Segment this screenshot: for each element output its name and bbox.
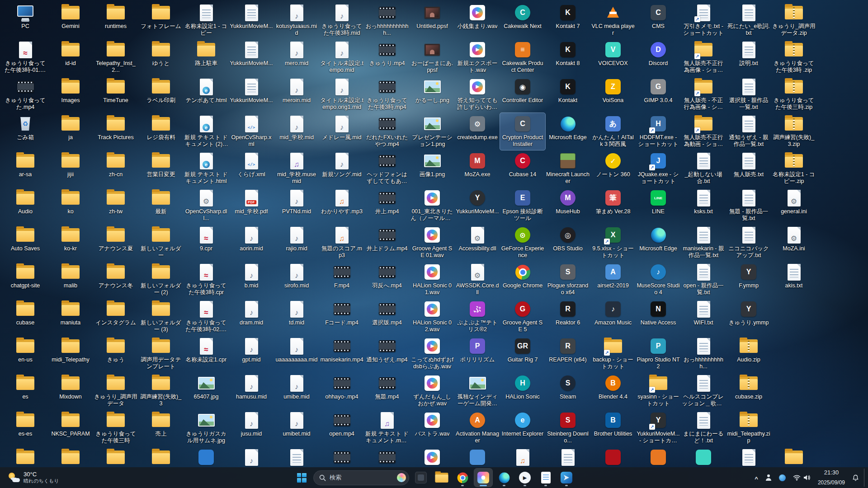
desktop-icon[interactable]: TimeTune: [93, 76, 138, 113]
desktop-icon[interactable]: E Epson 接続診断ツール: [500, 187, 545, 224]
desktop-icon[interactable]: open - 親作品一覧.txt: [681, 261, 726, 298]
tray-overflow-chevron-button[interactable]: ^: [751, 469, 761, 487]
desktop-icon[interactable]: ♫ 無題のスコア.mp3: [319, 224, 364, 261]
desktop-icon[interactable]: ksks.txt: [681, 187, 726, 224]
desktop-icon[interactable]: manisekarin.mp4: [319, 335, 364, 372]
desktop-icon[interactable]: ゆうと: [138, 39, 184, 76]
desktop-icon[interactable]: ≡ Cakewalk Product Center: [500, 39, 545, 76]
desktop-icon[interactable]: Y↗ YukkuriMovieM... - ショートカット: [636, 409, 681, 446]
desktop-icon[interactable]: ≈ きゅうり食ってた午後3時.cpr: [184, 261, 229, 298]
desktop-icon[interactable]: 無題 - 親作品一覧.txt: [726, 187, 771, 224]
taskbar-app-blue-code-app[interactable]: [557, 469, 576, 487]
taskbar-app-notepad[interactable]: [537, 469, 555, 487]
weather-widget[interactable]: 30°C 晴れのちくもり: [4, 467, 64, 488]
desktop-icon[interactable]: ♫: [500, 446, 545, 467]
desktop-icon[interactable]: [138, 446, 184, 467]
desktop-icon[interactable]: V VOICEVOX: [590, 39, 636, 76]
desktop-icon[interactable]: 説明.txt: [726, 39, 771, 76]
desktop-icon[interactable]: おっhhhhhhhhhh...: [681, 335, 726, 372]
desktop-icon[interactable]: きゅうり.mp4: [364, 39, 410, 76]
desktop-icon[interactable]: Google Chrome: [500, 261, 545, 298]
desktop-icon[interactable]: ♪ td.mid: [274, 298, 319, 335]
desktop-icon[interactable]: ぷ ぷよぷよ™テトリス®2: [455, 298, 500, 335]
desktop-icon[interactable]: _起動しない場合.txt: [681, 150, 726, 187]
desktop-icon[interactable]: ♪ タイトル未設定.tempo.mid: [319, 39, 364, 76]
desktop-icon[interactable]: runtimes: [93, 2, 138, 39]
desktop-icon[interactable]: 羽反へ.mp4: [364, 261, 410, 298]
desktop-icon[interactable]: [48, 446, 93, 467]
desktop-icon[interactable]: 営業日変更: [138, 150, 184, 187]
desktop-icon[interactable]: midi_Telepathy.zip: [726, 409, 771, 446]
desktop-icon[interactable]: きゅうり食ってた.mp4: [3, 76, 48, 113]
desktop-icon[interactable]: 新しいフォルダー (3): [138, 298, 184, 335]
desktop-icon[interactable]: es: [3, 372, 48, 409]
desktop-icon[interactable]: 死にたい_e歌詞.txt: [726, 2, 771, 39]
desktop-icon[interactable]: M MoZA.exe: [455, 150, 500, 187]
desktop-icon[interactable]: ♪ rajio.mid: [274, 224, 319, 261]
desktop-icon[interactable]: バストラ.wav: [410, 409, 455, 446]
desktop-icon[interactable]: [3, 446, 48, 467]
desktop-icon[interactable]: ⚙ Accessibility.dll: [455, 224, 500, 261]
desktop-icon[interactable]: </> くらげ.xml: [229, 150, 274, 187]
desktop-icon[interactable]: 調声練習(失敗)_3.zip: [771, 113, 816, 150]
desktop-icon[interactable]: ≈ 名称未設定1.cpr: [184, 335, 229, 372]
start-button[interactable]: [292, 469, 311, 487]
desktop-icon[interactable]: 無人販売.txt: [726, 150, 771, 187]
desktop-icon[interactable]: ♪ きゅうり食ってた午後3時.mid: [319, 2, 364, 39]
desktop-icon[interactable]: Audio: [3, 187, 48, 224]
desktop-icon[interactable]: ずんだもん_しおかぜ.wav: [410, 372, 455, 409]
desktop-icon[interactable]: e Internet Explorer: [500, 409, 545, 446]
desktop-icon[interactable]: G Groove Agent SE 5: [500, 298, 545, 335]
desktop-icon[interactable]: [771, 446, 816, 467]
desktop-icon[interactable]: 無題.mp4: [364, 372, 410, 409]
desktop-icon[interactable]: jijii: [48, 150, 93, 187]
desktop-icon[interactable]: maniuta: [48, 298, 93, 335]
desktop-icon[interactable]: M MuseHub: [545, 187, 590, 224]
desktop-icon[interactable]: こってぬhdずおfdsbらぶあ.wav: [410, 335, 455, 372]
desktop-icon[interactable]: 画像1.png: [410, 150, 455, 187]
taskbar-app-file-explorer[interactable]: [433, 469, 451, 487]
desktop-icon[interactable]: Gemini: [48, 2, 93, 39]
desktop-icon[interactable]: H↗ HDDFMT.exe - ショートカット: [636, 113, 681, 150]
desktop-icon[interactable]: きゅうり食ってた午後三時.zip: [771, 76, 816, 113]
desktop-icon[interactable]: ♫ 新規 テキスト ドキュメント.musicxml: [364, 409, 410, 446]
desktop-icon[interactable]: ♫ mid_学校.musemid: [274, 150, 319, 187]
desktop-icon[interactable]: H HALion Sonic: [500, 372, 545, 409]
desktop-icon[interactable]: ◉ Controller Editor: [500, 76, 545, 113]
desktop-icon[interactable]: ⚙ MoZA.ini: [771, 224, 816, 261]
desktop-icon[interactable]: Images: [48, 76, 93, 113]
desktop-icon[interactable]: [455, 446, 500, 467]
desktop-icon[interactable]: ♪ umibet.mid: [274, 409, 319, 446]
desktop-icon[interactable]: ⚙ AWSSDK.Core.dll: [455, 261, 500, 298]
desktop-icon[interactable]: P ポリリリズム: [455, 335, 500, 372]
desktop-icon[interactable]: J↗ JQuake.exe - ショートカット: [636, 150, 681, 187]
desktop-icon[interactable]: ✓ ノートン 360: [590, 150, 636, 187]
desktop-icon[interactable]: ko-kr: [48, 224, 93, 261]
desktop-icon[interactable]: ラベル印刷: [138, 76, 184, 113]
desktop-icon[interactable]: きゅうり食ってた午後三時: [93, 409, 138, 446]
desktop-icon[interactable]: ⚙ general.ini: [771, 187, 816, 224]
desktop-icon[interactable]: midi_Telepathy: [48, 335, 93, 372]
desktop-icon[interactable]: R Reaktor 6: [545, 298, 590, 335]
desktop-icon[interactable]: zh-cn: [93, 150, 138, 187]
desktop-icon[interactable]: Microsoft Edge: [636, 224, 681, 261]
desktop-icon[interactable]: en-us: [3, 335, 48, 372]
desktop-icon[interactable]: es-es: [3, 409, 48, 446]
desktop-icon[interactable]: [726, 446, 771, 467]
desktop-icon[interactable]: ♪ PVTNd.mid: [274, 187, 319, 224]
desktop-icon[interactable]: ↗ backup - ショートカット: [590, 335, 636, 372]
desktop-icon[interactable]: ◎ OBS Studio: [545, 224, 590, 261]
desktop-icon[interactable]: 路上駐車: [184, 39, 229, 76]
desktop-icon[interactable]: K Kontakt: [545, 76, 590, 113]
desktop-icon[interactable]: open.mp4: [319, 409, 364, 446]
tray-user-button[interactable]: [762, 469, 775, 487]
desktop-icon[interactable]: ヘルスコンプレッション＿歌詞.txt: [681, 372, 726, 409]
desktop-icon[interactable]: cubase: [3, 298, 48, 335]
desktop-icon[interactable]: Mixdown: [48, 372, 93, 409]
desktop-icon[interactable]: ⚙ createdump.exe: [455, 113, 500, 150]
desktop-icon[interactable]: P Piapro Studio NT2: [636, 335, 681, 372]
desktop-icon[interactable]: YukkuriMovieM...: [229, 76, 274, 113]
desktop-icon[interactable]: [93, 446, 138, 467]
desktop-icon[interactable]: X↗ 9.5.xlsx - ショートカット: [590, 224, 636, 261]
desktop-icon[interactable]: Groove Agent SE 01.wav: [410, 224, 455, 261]
